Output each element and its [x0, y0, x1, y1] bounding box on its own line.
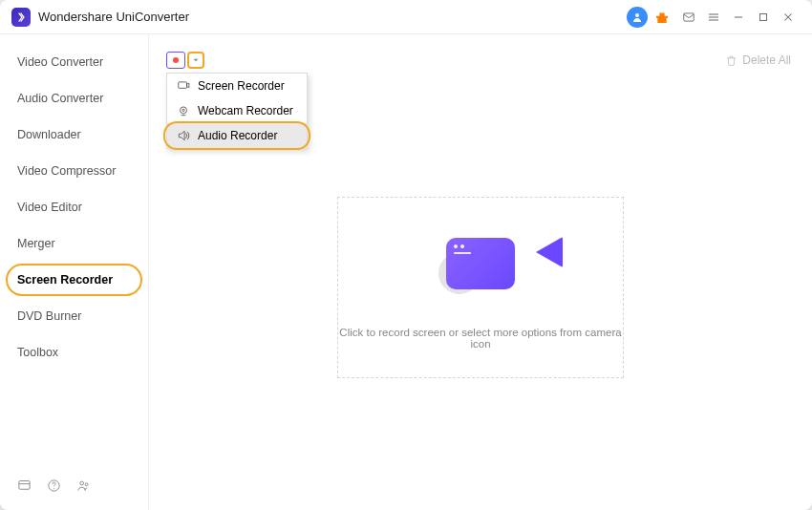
sidebar-item-video-converter[interactable]: Video Converter — [0, 44, 148, 80]
sidebar-item-label: Merger — [17, 237, 55, 250]
app-logo — [11, 8, 31, 27]
community-icon[interactable] — [76, 478, 91, 497]
dropdown-item-label: Webcam Recorder — [198, 104, 293, 117]
dropdown-item-screen-recorder[interactable]: Screen Recorder — [167, 74, 307, 98]
delete-all-button[interactable]: Delete All — [725, 53, 791, 67]
minimize-button[interactable] — [726, 5, 751, 30]
dropdown-item-audio-recorder[interactable]: Audio Recorder — [167, 123, 307, 148]
toolbar: Delete All — [166, 48, 791, 73]
sidebar-item-label: Downloader — [17, 128, 81, 141]
record-button[interactable] — [166, 52, 185, 69]
titlebar: Wondershare UniConverter — [0, 0, 812, 34]
sidebar-item-screen-recorder[interactable]: Screen Recorder — [0, 262, 148, 298]
svg-point-8 — [181, 107, 187, 114]
sidebar-item-toolbox[interactable]: Toolbox — [0, 334, 148, 371]
svg-rect-3 — [19, 481, 30, 490]
dropdown-item-label: Audio Recorder — [198, 129, 277, 142]
tutorial-icon[interactable] — [17, 478, 32, 497]
record-drop-area[interactable]: Click to record screen or select more op… — [337, 197, 624, 378]
sidebar-item-label: Audio Converter — [17, 92, 103, 105]
account-icon[interactable] — [627, 7, 648, 28]
sidebar-item-video-editor[interactable]: Video Editor — [0, 189, 148, 225]
drop-area-text: Click to record screen or select more op… — [338, 327, 623, 350]
svg-rect-2 — [760, 13, 767, 20]
svg-rect-7 — [179, 82, 187, 88]
svg-point-5 — [80, 481, 84, 485]
close-button[interactable] — [776, 5, 801, 30]
webcam-icon — [177, 104, 190, 117]
svg-point-0 — [635, 13, 639, 17]
recorder-dropdown: Screen Recorder Webcam Recorder Audio Re… — [166, 73, 308, 149]
content-area: Delete All Screen Recorder Webcam Record… — [149, 34, 812, 510]
gift-icon[interactable] — [653, 9, 671, 26]
sidebar: Video Converter Audio Converter Download… — [0, 34, 149, 510]
app-window: Wondershare UniConverter Video Converter… — [0, 0, 812, 510]
svg-rect-1 — [684, 12, 694, 20]
sidebar-footer — [0, 465, 148, 510]
app-title: Wondershare UniConverter — [38, 10, 189, 24]
sidebar-item-label: Toolbox — [17, 346, 58, 359]
sidebar-item-downloader[interactable]: Downloader — [0, 117, 148, 153]
sidebar-item-label: Video Compressor — [17, 164, 116, 178]
help-icon[interactable] — [47, 478, 61, 497]
sidebar-item-label: DVD Burner — [17, 309, 81, 323]
menu-icon[interactable] — [701, 5, 726, 30]
body: Video Converter Audio Converter Download… — [0, 34, 812, 510]
maximize-button[interactable] — [751, 5, 776, 30]
audio-icon — [177, 129, 190, 142]
delete-all-label: Delete All — [742, 53, 791, 67]
sidebar-item-label: Video Converter — [17, 55, 103, 69]
dropdown-item-label: Screen Recorder — [198, 79, 285, 93]
sidebar-item-merger[interactable]: Merger — [0, 225, 148, 262]
screen-icon — [177, 79, 190, 93]
sidebar-item-video-compressor[interactable]: Video Compressor — [0, 153, 148, 189]
sidebar-item-label: Screen Recorder — [17, 273, 113, 287]
dropdown-item-webcam-recorder[interactable]: Webcam Recorder — [167, 98, 307, 123]
mail-icon[interactable] — [676, 5, 701, 30]
svg-point-9 — [182, 109, 184, 111]
svg-point-6 — [85, 483, 88, 486]
camera-illustration — [423, 225, 538, 302]
sidebar-item-dvd-burner[interactable]: DVD Burner — [0, 298, 148, 334]
recorder-dropdown-toggle[interactable] — [187, 52, 204, 69]
sidebar-item-audio-converter[interactable]: Audio Converter — [0, 80, 148, 117]
sidebar-item-label: Video Editor — [17, 201, 82, 214]
